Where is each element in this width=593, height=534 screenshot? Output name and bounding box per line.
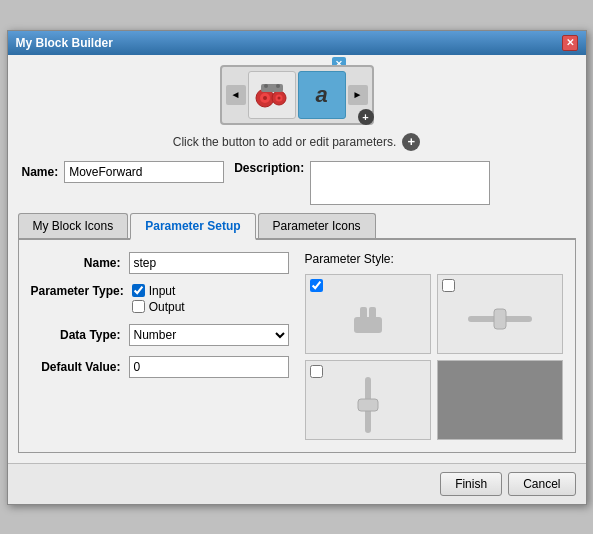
name-label: Name: xyxy=(22,165,59,179)
style-cell-slider-h[interactable] xyxy=(437,274,563,354)
main-window: My Block Builder ✕ ✕ ◄ xyxy=(7,30,587,505)
default-value-row: Default Value: xyxy=(31,356,289,378)
svg-point-5 xyxy=(277,96,280,99)
slider-h-icon-svg xyxy=(466,305,534,333)
param-name-row: Name: xyxy=(31,252,289,274)
finish-button[interactable]: Finish xyxy=(440,472,502,496)
param-type-row: Parameter Type: Input Output xyxy=(31,284,289,314)
name-desc-row: Name: Description: xyxy=(18,161,576,205)
style-cell-plug[interactable] xyxy=(305,274,431,354)
style-slider-h-checkbox[interactable] xyxy=(442,279,455,292)
left-connector: ◄ xyxy=(226,85,246,105)
radio-output-label: Output xyxy=(149,300,185,314)
svg-point-7 xyxy=(264,84,268,88)
name-field-group: Name: xyxy=(22,161,225,183)
param-style-label: Parameter Style: xyxy=(305,252,563,266)
block-gear-cell xyxy=(248,71,296,119)
right-connector: ► xyxy=(348,85,368,105)
click-hint: Click the button to add or edit paramete… xyxy=(18,133,576,151)
style-plug-icon-area xyxy=(310,289,426,349)
svg-point-8 xyxy=(276,84,280,88)
svg-rect-11 xyxy=(369,307,376,319)
data-type-select[interactable]: Number Text Logic Array xyxy=(129,324,289,346)
block-center-cell[interactable]: a + xyxy=(298,71,346,119)
name-input[interactable] xyxy=(64,161,224,183)
style-slider-h-icon-area xyxy=(442,289,558,349)
svg-rect-10 xyxy=(360,307,367,319)
param-name-input[interactable] xyxy=(129,252,289,274)
tab-parameter-setup[interactable]: Parameter Setup xyxy=(130,213,255,240)
param-type-options: Input Output xyxy=(132,284,185,314)
param-name-label: Name: xyxy=(31,256,121,270)
param-type-label: Parameter Type: xyxy=(31,284,124,298)
description-textarea[interactable] xyxy=(310,161,490,205)
tabs: My Block Icons Parameter Setup Parameter… xyxy=(18,213,576,240)
gear-svg xyxy=(253,76,291,114)
style-plug-checkbox[interactable] xyxy=(310,279,323,292)
window-content: ✕ ◄ xyxy=(8,55,586,463)
slider-v-icon-svg xyxy=(354,375,382,435)
tab-content: Name: Parameter Type: Input xyxy=(18,240,576,453)
data-type-row: Data Type: Number Text Logic Array xyxy=(31,324,289,346)
title-bar: My Block Builder ✕ xyxy=(8,31,586,55)
radio-input: Input xyxy=(132,284,185,298)
style-cell-dark[interactable] xyxy=(437,360,563,440)
radio-output: Output xyxy=(132,300,185,314)
tab-my-block-icons[interactable]: My Block Icons xyxy=(18,213,129,238)
svg-point-2 xyxy=(263,96,267,100)
default-value-input[interactable] xyxy=(129,356,289,378)
svg-rect-15 xyxy=(358,399,378,411)
param-left-panel: Name: Parameter Type: Input xyxy=(31,252,289,440)
style-slider-v-icon-area xyxy=(310,375,426,435)
block-widget: ◄ xyxy=(220,65,374,125)
style-cell-slider-v[interactable] xyxy=(305,360,431,440)
param-setup-content: Name: Parameter Type: Input xyxy=(31,252,563,440)
radio-input-label: Input xyxy=(149,284,176,298)
radio-input-checkbox[interactable] xyxy=(132,284,145,297)
param-right-panel: Parameter Style: xyxy=(305,252,563,440)
style-grid xyxy=(305,274,563,440)
description-label: Description: xyxy=(234,161,304,175)
window-title: My Block Builder xyxy=(16,36,113,50)
block-preview: ✕ ◄ xyxy=(18,65,576,125)
click-hint-text: Click the button to add or edit paramete… xyxy=(173,135,396,149)
svg-rect-9 xyxy=(354,317,382,333)
data-type-label: Data Type: xyxy=(31,328,121,342)
tab-parameter-icons[interactable]: Parameter Icons xyxy=(258,213,376,238)
svg-rect-13 xyxy=(494,309,506,329)
block-letter: a xyxy=(315,82,327,108)
cancel-button[interactable]: Cancel xyxy=(508,472,575,496)
desc-field-group: Description: xyxy=(234,161,490,205)
add-param-button[interactable]: + xyxy=(402,133,420,151)
style-slider-v-checkbox[interactable] xyxy=(310,365,323,378)
bottom-bar: Finish Cancel xyxy=(8,463,586,504)
radio-output-checkbox[interactable] xyxy=(132,300,145,313)
default-value-label: Default Value: xyxy=(31,360,121,374)
close-button[interactable]: ✕ xyxy=(562,35,578,51)
plug-icon-svg xyxy=(346,297,390,341)
